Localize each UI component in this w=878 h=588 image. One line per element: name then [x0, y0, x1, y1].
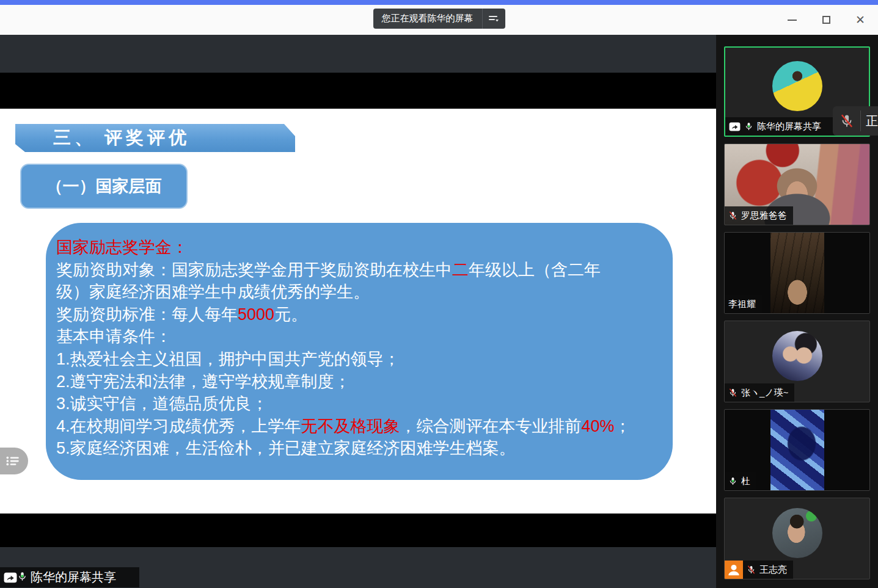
maximize-button[interactable]: [818, 12, 834, 28]
slide-body-line: 4.在校期间学习成绩优秀，上学年无不及格现象，综合测评在本专业排前40%；: [56, 415, 667, 438]
maximize-icon: [822, 16, 830, 24]
mic-muted-icon: [840, 112, 854, 130]
slide-body-line: 3.诚实守信，道德品质优良；: [56, 393, 667, 415]
participant-tile[interactable]: 李祖耀: [724, 232, 870, 314]
watching-banner-text: 您正在观看陈华的屏幕: [373, 9, 482, 29]
mic-on-icon: [728, 475, 737, 487]
video-feed: [770, 410, 824, 490]
slide-section-banner: 三、 评奖评优: [15, 124, 295, 152]
participant-label: 李祖耀: [725, 295, 762, 313]
titlebar: 您正在观看陈华的屏幕 ✕: [0, 5, 878, 35]
slide-subsection-banner: （一）国家层面: [20, 164, 188, 209]
participant-name: 杜: [741, 476, 750, 487]
shared-screen-area: 三、 评奖评优 （一）国家层面 国家励志奖学金：奖励资助对象：国家励志奖学金用于…: [0, 35, 716, 588]
slide-subsection-title: （一）国家层面: [46, 175, 162, 197]
watching-banner[interactable]: 您正在观看陈华的屏幕: [373, 9, 505, 29]
screen-share-icon: [4, 572, 17, 583]
person-badge-icon: [725, 561, 743, 579]
slide-section-title: 三、 评奖评优: [15, 126, 190, 150]
presentation-slide: 三、 评奖评优 （一）国家层面 国家励志奖学金：奖励资助对象：国家励志奖学金用于…: [0, 109, 716, 514]
mic-on-icon: [744, 120, 753, 132]
participant-tile[interactable]: 张ヽ_ノ瑛~: [724, 321, 870, 402]
participant-name: 罗思雅爸爸: [741, 210, 787, 222]
watching-banner-menu-button[interactable]: [482, 9, 505, 29]
slide-body-line: 奖励资助标准：每人每年5000元。: [56, 303, 667, 326]
letterbox-top: [0, 73, 716, 109]
participant-tile[interactable]: 王志亮: [724, 498, 870, 579]
participant-label: 杜: [725, 472, 756, 490]
screen-share-icon: [729, 122, 741, 131]
meeting-window: 您正在观看陈华的屏幕 ✕ 三、 评奖评优 （一）国家层面: [0, 0, 878, 588]
mic-on-icon: [17, 570, 27, 583]
slide-body-line: 奖励资助对象：国家励志奖学金用于奖励资助在校生中二年级以上（含二年: [56, 259, 667, 281]
participant-name: 陈华的屏幕共享: [757, 121, 821, 132]
minimize-button[interactable]: [784, 12, 800, 28]
participant-tile[interactable]: 罗思雅爸爸: [724, 143, 870, 225]
slide-body-line: 5.家庭经济困难，生活俭朴，并已建立家庭经济困难学生档案。: [56, 437, 667, 460]
participant-name: 王志亮: [759, 564, 787, 576]
mic-muted-icon: [728, 209, 737, 222]
participant-label: 张ヽ_ノ瑛~: [725, 383, 794, 402]
avatar: [772, 61, 822, 111]
slide-body-line: 2.遵守宪法和法律，遵守学校规章制度；: [56, 371, 667, 393]
mic-muted-icon: [747, 564, 756, 576]
list-icon: [5, 455, 21, 467]
close-icon: ✕: [855, 13, 865, 27]
mic-muted-icon: [728, 387, 737, 399]
close-button[interactable]: ✕: [852, 12, 868, 28]
slide-body-line: 1.热爱社会主义祖国，拥护中国共产党的领导；: [56, 348, 667, 371]
annotation-list-handle[interactable]: [0, 448, 28, 474]
self-mute-button[interactable]: [833, 112, 860, 130]
avatar: [772, 331, 822, 381]
avatar: [772, 508, 822, 558]
participant-label: 罗思雅爸爸: [725, 206, 793, 225]
slide-body-lines: 国家励志奖学金：奖励资助对象：国家励志奖学金用于奖励资助在校生中二年级以上（含二…: [46, 223, 673, 460]
slide-body-line: 国家励志奖学金：: [56, 236, 667, 259]
slide-content-box: 国家励志奖学金：奖励资助对象：国家励志奖学金用于奖励资助在校生中二年级以上（含二…: [46, 223, 673, 480]
hamburger-caret-icon: [488, 15, 499, 23]
slide-body-line: 基本申请条件：: [56, 325, 667, 348]
self-view-mini-panel[interactable]: 正: [833, 106, 878, 136]
participant-tile[interactable]: 杜: [724, 409, 870, 491]
share-status-bar: 陈华的屏幕共享: [0, 567, 139, 587]
share-status-icons: [4, 570, 27, 586]
participant-label: 王志亮: [725, 561, 793, 579]
slide-body-line: 级）家庭经济困难学生中成绩优秀的学生。: [56, 281, 667, 303]
participant-name: 李祖耀: [728, 299, 756, 310]
minimize-icon: [788, 20, 797, 21]
window-accent-strip: [0, 0, 878, 5]
participant-name: 张ヽ_ノ瑛~: [741, 387, 788, 399]
video-feed: [770, 233, 824, 313]
share-status-label: 陈华的屏幕共享: [31, 569, 116, 586]
window-controls: ✕: [784, 5, 868, 35]
letterbox-bottom: [0, 514, 716, 547]
mini-panel-partial-text: 正: [861, 113, 878, 129]
